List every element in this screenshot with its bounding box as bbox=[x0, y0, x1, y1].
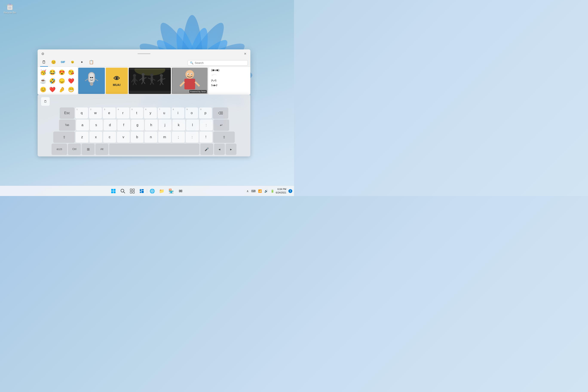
battery-icon[interactable]: 🔋 bbox=[270, 189, 275, 193]
widgets-button[interactable] bbox=[138, 187, 146, 195]
emoji-item[interactable]: 😍 bbox=[58, 68, 66, 76]
key-comma[interactable]: ," bbox=[200, 120, 213, 131]
tray-expand-icon[interactable]: ∧ bbox=[246, 189, 249, 193]
settings-button[interactable]: ⚙ bbox=[40, 51, 45, 56]
key-v[interactable]: v bbox=[117, 132, 130, 143]
emoji-item[interactable]: 😁 bbox=[67, 86, 75, 94]
edge-button[interactable]: 🌐 bbox=[148, 187, 157, 195]
key-f[interactable]: f bbox=[117, 120, 130, 131]
key-d[interactable]: d bbox=[104, 120, 116, 131]
mail-button[interactable]: ✉ bbox=[176, 187, 185, 195]
key-e[interactable]: 3e bbox=[103, 108, 116, 119]
svg-rect-69 bbox=[130, 192, 132, 193]
keyboard-clipboard-button[interactable]: 🗒 bbox=[41, 97, 50, 106]
gif-item-dancing[interactable] bbox=[129, 68, 171, 94]
key-microphone[interactable]: 🎤 bbox=[200, 144, 213, 155]
keyboard-icon[interactable]: ⌨ bbox=[250, 189, 256, 193]
start-button[interactable] bbox=[109, 187, 118, 195]
search-input[interactable] bbox=[195, 61, 246, 64]
key-arrow-right[interactable]: ▸ bbox=[226, 144, 236, 155]
emoji-item[interactable]: 😞 bbox=[58, 77, 66, 85]
key-shift-left[interactable]: ⇧ bbox=[53, 132, 75, 143]
key-p[interactable]: 0p bbox=[199, 108, 212, 119]
key-u[interactable]: 7u bbox=[158, 108, 171, 119]
key-r[interactable]: 4r bbox=[116, 108, 130, 119]
emoji-item[interactable]: 🤌 bbox=[58, 86, 66, 94]
tab-symbols[interactable]: ✦ bbox=[78, 59, 86, 66]
keyboard-rows: Esc 1q 2w 3e 4r 5t 6y 7u 8i 9o 0p ⌫ Tab … bbox=[39, 108, 249, 155]
store-button[interactable]: 🏪 bbox=[167, 187, 176, 195]
key-y[interactable]: 6y bbox=[144, 108, 157, 119]
key-s[interactable]: s bbox=[90, 120, 103, 131]
key-ctrl[interactable]: Ctrl bbox=[68, 144, 81, 155]
panel-search: 🔍 bbox=[97, 60, 248, 66]
svg-point-22 bbox=[90, 77, 91, 78]
key-b[interactable]: b bbox=[131, 132, 144, 143]
system-clock[interactable]: 6:04 PM 6/24/2021 bbox=[276, 188, 286, 194]
key-c[interactable]: c bbox=[103, 132, 116, 143]
key-l[interactable]: l bbox=[186, 120, 199, 131]
task-view-button[interactable] bbox=[128, 187, 137, 195]
key-w[interactable]: 2w bbox=[89, 108, 102, 119]
gif-item-person[interactable]: Powered By Tenor bbox=[172, 68, 208, 94]
key-a[interactable]: a bbox=[76, 120, 89, 131]
key-space[interactable] bbox=[109, 144, 200, 155]
emoji-item[interactable]: 😊 bbox=[39, 86, 47, 94]
svg-rect-29 bbox=[133, 77, 136, 82]
key-q[interactable]: 1q bbox=[75, 108, 88, 119]
kaomoji-item[interactable]: ☆ʼ⌒· bbox=[210, 73, 250, 78]
kaomoji-item[interactable]: (◉ω◉) bbox=[210, 68, 250, 72]
tab-gif[interactable]: GIF bbox=[59, 59, 67, 66]
key-m[interactable]: m bbox=[158, 132, 171, 143]
key-backspace[interactable]: ⌫ bbox=[213, 108, 228, 119]
key-z[interactable]: z bbox=[76, 132, 88, 143]
emoji-item[interactable]: ❤️ bbox=[48, 86, 56, 94]
files-button[interactable]: 📁 bbox=[158, 187, 166, 195]
recycle-bin[interactable]: ♻ Recycle Bin bbox=[2, 2, 18, 14]
key-enter[interactable]: ↵ bbox=[214, 120, 229, 131]
search-button[interactable] bbox=[119, 187, 127, 195]
key-t[interactable]: 5t bbox=[130, 108, 143, 119]
svg-point-23 bbox=[92, 77, 93, 78]
emoji-item[interactable]: 😂 bbox=[48, 68, 56, 76]
key-arrow-left[interactable]: ◂ bbox=[214, 144, 225, 155]
key-alt[interactable]: Alt bbox=[96, 144, 108, 155]
key-i[interactable]: 8i bbox=[172, 108, 184, 119]
search-box[interactable]: 🔍 bbox=[188, 60, 248, 66]
key-g[interactable]: g bbox=[131, 120, 144, 131]
key-x[interactable]: x bbox=[90, 132, 102, 143]
key-colon[interactable]: : bbox=[186, 132, 198, 143]
tab-clipboard2[interactable]: 📋 bbox=[88, 59, 95, 66]
emoji-item[interactable]: 🥳 bbox=[39, 68, 47, 76]
key-o[interactable]: 9o bbox=[185, 108, 198, 119]
key-symbol[interactable]: &123 bbox=[52, 144, 67, 155]
key-h[interactable]: h bbox=[145, 120, 158, 131]
notification-button[interactable]: 1 bbox=[288, 189, 292, 193]
kaomoji-item[interactable]: ʕ•ᴥ•ʔ bbox=[210, 83, 250, 88]
emoji-item[interactable]: 😘 bbox=[67, 68, 75, 76]
key-windows[interactable]: ⊞ bbox=[82, 144, 94, 155]
key-k[interactable]: k bbox=[172, 120, 185, 131]
tab-clipboard[interactable]: 🗒 bbox=[40, 59, 48, 66]
emoji-item[interactable]: 🤣 bbox=[48, 77, 56, 85]
wifi-icon[interactable]: 📶 bbox=[258, 189, 262, 193]
system-tray: ∧ ⌨ 📶 🔊 🔋 bbox=[246, 189, 275, 193]
key-n[interactable]: n bbox=[144, 132, 157, 143]
svg-line-24 bbox=[85, 79, 88, 81]
key-j[interactable]: j bbox=[158, 120, 172, 131]
key-tab[interactable]: Tab bbox=[59, 120, 75, 131]
key-exclaim[interactable]: ! bbox=[200, 132, 212, 143]
emoji-item[interactable]: ☕ bbox=[39, 77, 47, 85]
emoji-item[interactable]: ❤️ bbox=[67, 77, 75, 85]
gif-item-paperclip[interactable] bbox=[78, 68, 105, 94]
key-shift-right[interactable]: ⇧ bbox=[213, 132, 235, 143]
kaomoji-item[interactable]: (•ᴗ•) bbox=[210, 78, 250, 83]
tab-emoji[interactable]: 😊 bbox=[50, 59, 58, 66]
close-button[interactable]: ✕ bbox=[243, 51, 248, 56]
volume-icon[interactable]: 🔊 bbox=[264, 189, 269, 193]
tab-kaomoji[interactable]: 😉 bbox=[68, 59, 76, 66]
key-semicolon[interactable]: ; bbox=[172, 132, 185, 143]
panel-tabs: 🗒 😊 GIF 😉 ✦ 📋 🔍 bbox=[38, 58, 250, 67]
key-esc[interactable]: Esc bbox=[60, 108, 74, 119]
gif-item-minions[interactable]: 👁 MUA! bbox=[106, 68, 128, 94]
